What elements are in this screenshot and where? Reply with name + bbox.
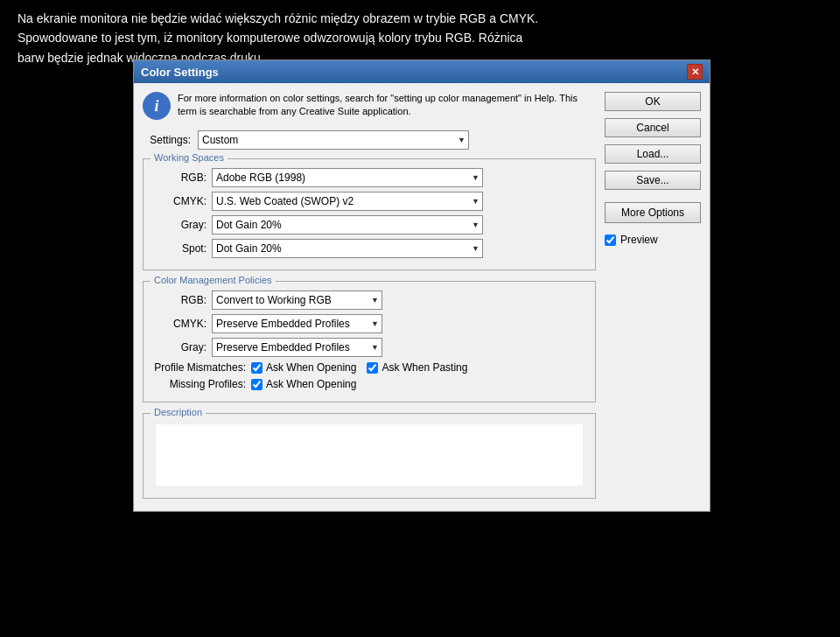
more-options-button[interactable]: More Options bbox=[605, 202, 701, 223]
dialog-titlebar: Color Settings ✕ bbox=[134, 60, 710, 83]
gray-label: Gray: bbox=[150, 219, 212, 231]
info-text: For more information on color settings, … bbox=[178, 92, 596, 119]
settings-select[interactable]: Custom bbox=[198, 130, 469, 150]
dialog-sidebar: OK Cancel Load... Save... More Options P… bbox=[605, 92, 701, 502]
gray-row: Gray: Dot Gain 20% bbox=[150, 215, 588, 234]
cmyk-select[interactable]: U.S. Web Coated (SWOP) v2 bbox=[212, 192, 483, 211]
ask-pasting-label: Ask When Pasting bbox=[382, 361, 467, 374]
ask-opening-checkbox-row: Ask When Opening bbox=[251, 361, 356, 374]
missing-profiles-row: Missing Profiles: Ask When Opening bbox=[150, 378, 588, 390]
dialog-main: i For more information on color settings… bbox=[143, 92, 596, 502]
color-management-legend: Color Management Policies bbox=[150, 275, 276, 285]
ok-button[interactable]: OK bbox=[605, 92, 701, 111]
rgb-row: RGB: Adobe RGB (1998) bbox=[150, 168, 588, 187]
cm-rgb-select-wrapper: Convert to Working RGB bbox=[212, 290, 382, 310]
info-icon: i bbox=[143, 92, 171, 120]
preview-checkbox[interactable] bbox=[605, 234, 616, 246]
cm-gray-select-wrapper: Preserve Embedded Profiles bbox=[212, 338, 382, 357]
settings-row: Settings: Custom bbox=[143, 130, 596, 150]
cmyk-row: CMYK: U.S. Web Coated (SWOP) v2 bbox=[150, 192, 588, 211]
gray-select-wrapper: Dot Gain 20% bbox=[212, 215, 483, 234]
profile-mismatches-checkboxes: Ask When Opening Ask When Pasting bbox=[251, 361, 467, 374]
description-content bbox=[156, 424, 583, 486]
preview-label: Preview bbox=[620, 234, 658, 246]
cm-gray-select[interactable]: Preserve Embedded Profiles bbox=[212, 338, 382, 357]
spot-select[interactable]: Dot Gain 20% bbox=[212, 239, 483, 258]
cm-cmyk-select-wrapper: Preserve Embedded Profiles bbox=[212, 314, 382, 333]
cmyk-label: CMYK: bbox=[150, 195, 212, 207]
settings-label: Settings: bbox=[143, 134, 191, 146]
cm-rgb-select[interactable]: Convert to Working RGB bbox=[212, 290, 382, 310]
cm-cmyk-row: CMYK: Preserve Embedded Profiles bbox=[150, 314, 588, 333]
cm-cmyk-label: CMYK: bbox=[150, 318, 212, 330]
rgb-select-wrapper: Adobe RGB (1998) bbox=[212, 168, 483, 187]
preview-row: Preview bbox=[605, 234, 701, 246]
rgb-select[interactable]: Adobe RGB (1998) bbox=[212, 168, 483, 187]
missing-ask-opening-label: Ask When Opening bbox=[266, 378, 356, 390]
profile-mismatches-row: Profile Mismatches: Ask When Opening Ask… bbox=[150, 361, 588, 374]
spot-label: Spot: bbox=[150, 242, 212, 255]
cm-rgb-label: RGB: bbox=[150, 294, 212, 306]
rgb-label: RGB: bbox=[150, 172, 212, 184]
color-management-group: Color Management Policies RGB: Convert t… bbox=[143, 281, 596, 402]
dialog-title: Color Settings bbox=[141, 66, 219, 79]
profile-mismatches-label: Profile Mismatches: bbox=[150, 361, 251, 374]
settings-select-wrapper: Custom bbox=[198, 130, 469, 150]
cm-rgb-row: RGB: Convert to Working RGB bbox=[150, 290, 588, 310]
info-section: i For more information on color settings… bbox=[143, 92, 596, 120]
missing-ask-opening-checkbox[interactable] bbox=[251, 379, 262, 390]
cancel-button[interactable]: Cancel bbox=[605, 118, 701, 137]
load-button[interactable]: Load... bbox=[605, 144, 701, 164]
ask-opening-label: Ask When Opening bbox=[266, 361, 356, 374]
close-button[interactable]: ✕ bbox=[687, 64, 703, 80]
missing-profiles-label: Missing Profiles: bbox=[150, 378, 251, 390]
cm-cmyk-select[interactable]: Preserve Embedded Profiles bbox=[212, 314, 382, 333]
spot-row: Spot: Dot Gain 20% bbox=[150, 239, 588, 258]
description-group: Description bbox=[143, 413, 596, 499]
cmyk-select-wrapper: U.S. Web Coated (SWOP) v2 bbox=[212, 192, 483, 211]
cm-gray-label: Gray: bbox=[150, 341, 212, 354]
gray-select[interactable]: Dot Gain 20% bbox=[212, 215, 483, 234]
working-spaces-legend: Working Spaces bbox=[150, 152, 228, 163]
description-legend: Description bbox=[150, 407, 206, 417]
cm-gray-row: Gray: Preserve Embedded Profiles bbox=[150, 338, 588, 357]
missing-ask-opening-checkbox-row: Ask When Opening bbox=[251, 378, 356, 390]
working-spaces-group: Working Spaces RGB: Adobe RGB (1998) CMY… bbox=[143, 158, 596, 270]
color-settings-dialog: Color Settings ✕ i For more information … bbox=[133, 60, 710, 512]
ask-pasting-checkbox-row: Ask When Pasting bbox=[367, 361, 467, 374]
ask-pasting-checkbox[interactable] bbox=[367, 362, 378, 374]
spot-select-wrapper: Dot Gain 20% bbox=[212, 239, 483, 258]
save-button[interactable]: Save... bbox=[605, 171, 701, 190]
ask-opening-checkbox[interactable] bbox=[251, 362, 262, 374]
